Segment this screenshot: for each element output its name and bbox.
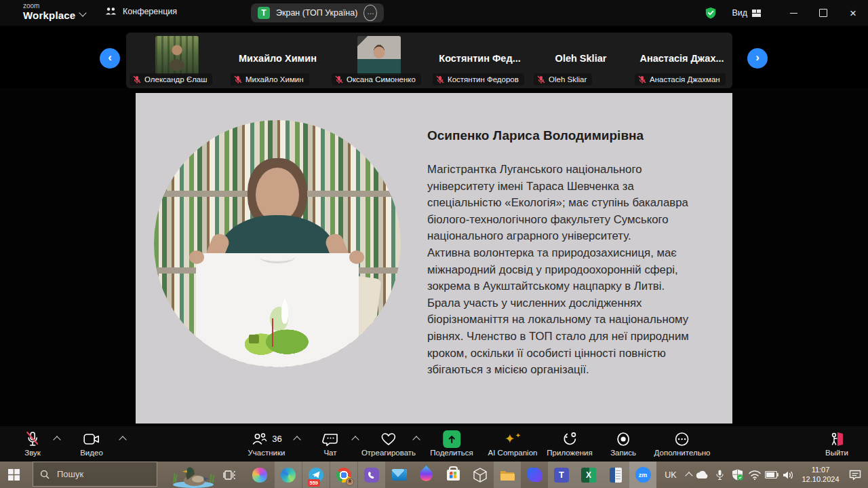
windows-logo-icon [8,469,20,481]
excel-app-icon[interactable]: X [575,462,602,488]
participant-tile[interactable]: Оксана Симоненко [328,33,429,88]
teams-icon: T [554,468,569,483]
participants-menu-chevron-icon[interactable] [293,436,300,443]
brand-chevron-down-icon[interactable] [79,9,86,16]
ai-companion-button[interactable]: ✦✦ AI Companion [488,430,538,457]
cloud-icon [695,470,709,479]
3d-viewer-app-icon[interactable] [467,462,494,488]
microphone-tray-icon[interactable] [711,462,728,488]
mail-app-icon[interactable] [386,462,413,488]
record-icon [616,432,631,447]
chrome-profile-avatar [346,478,354,486]
tab-screen-label: Экран (ТОП Україна) [276,8,357,18]
volume-tray-icon[interactable] [778,462,797,488]
maximize-icon [819,9,827,17]
next-arrow-icon: › [755,51,760,64]
video-button[interactable]: Видео [80,430,103,457]
tab-options-ellipsis-icon[interactable]: … [363,5,377,21]
taskbar-search[interactable] [33,462,157,487]
tab-conference-label: Конференция [123,7,177,16]
word-app-icon[interactable] [602,462,629,488]
titlebar-right-controls: Вид × [705,0,868,26]
notification-center-button[interactable] [845,462,865,488]
window-maximize-button[interactable] [808,0,838,26]
search-input[interactable] [56,468,146,480]
task-view-button[interactable] [216,462,243,488]
security-tray-icon[interactable] [728,462,746,488]
duck-icon [164,465,222,488]
strip-prev-button[interactable]: ‹ [100,48,120,69]
participant-tile[interactable]: Костянтин Фед... Костянтин Федоров [429,33,530,88]
participant-center-name: Анастасія Джах... [631,53,732,64]
chat-icon [322,432,338,447]
microsoft-365-icon [528,468,542,482]
chat-button[interactable]: Чат [322,430,338,457]
share-screen-button[interactable]: Поделиться [430,430,473,457]
audio-menu-chevron-icon[interactable] [53,436,60,443]
zoom-app-icon[interactable]: zm [629,462,656,488]
wifi-icon [749,470,761,480]
participant-tile[interactable]: Oleh Skliar Oleh Skliar [530,33,631,88]
tray-expand-chevron-icon[interactable] [685,472,692,479]
m365-app-icon[interactable] [521,462,548,488]
participant-tile[interactable]: Михайло Химин Михайло Химин [227,33,328,88]
tab-screen-share[interactable]: T Экран (ТОП Україна) … [251,3,384,22]
taskbar-clock[interactable]: 11:07 12.10.2024 [797,465,844,484]
record-button[interactable]: Запись [610,430,636,457]
react-button[interactable]: Отреагировать [361,430,416,457]
window-close-button[interactable]: × [838,0,868,26]
participants-button[interactable]: 36 Участники [248,430,285,457]
telegram-app-icon[interactable]: 559 [302,462,330,488]
participant-tile[interactable]: Олександр Єлаш [126,33,227,88]
copilot-app-icon[interactable] [246,462,273,488]
participant-name-pill: Олександр Єлаш [130,73,212,86]
more-button[interactable]: Дополнительно [654,430,711,457]
paint-drop-app-icon[interactable] [412,462,439,488]
tshirt-print [237,295,318,355]
viber-app-icon[interactable] [358,462,385,488]
view-grid-icon [752,10,761,17]
chrome-app-icon[interactable] [330,462,357,488]
store-app-icon[interactable] [439,462,467,488]
zoom-meeting-window: zoom Workplace Конференция T Экран (ТОП … [0,0,868,488]
participant-name-label: Костянтин Федоров [448,75,519,83]
heart-icon [380,432,397,447]
video-menu-chevron-icon[interactable] [119,436,126,443]
audio-button[interactable]: Звук [24,430,41,457]
word-icon [610,468,622,483]
participant-name-pill: Оксана Симоненко [332,73,421,86]
apps-button[interactable]: Приложения [547,430,592,457]
participant-tile[interactable]: Анастасія Джах... Анастасія Джахман [631,33,732,88]
mic-muted-icon [335,75,343,84]
edge-app-icon[interactable] [275,462,302,488]
share-screen-icon [443,430,460,448]
viber-icon [364,468,379,483]
chat-label: Чат [323,449,336,457]
view-button[interactable]: Вид [732,8,761,18]
wifi-tray-icon[interactable] [746,462,764,488]
leave-button[interactable]: Выйти [825,430,848,457]
window-minimize-button[interactable] [778,0,808,26]
strip-next-button[interactable]: › [747,48,768,69]
participant-center-name: Oleh Skliar [530,53,631,64]
onedrive-tray-icon[interactable] [693,462,711,488]
language-indicator[interactable]: UK [659,462,682,488]
start-button[interactable] [0,462,27,488]
file-explorer-app-icon[interactable] [494,462,521,488]
mic-muted-icon [25,431,40,447]
tab-conference[interactable]: Конференция [105,6,177,16]
brand-workplace-text: Workplace [23,10,75,21]
teams-app-icon[interactable]: T [548,462,575,488]
speaker-hand [189,250,204,264]
stork-graphic [281,301,288,324]
chat-menu-chevron-icon[interactable] [351,436,359,443]
telegram-badge: 559 [308,479,320,487]
brand-zoom-text: zoom [23,3,75,10]
battery-icon [765,471,778,478]
encryption-shield-icon[interactable] [705,7,717,19]
close-icon: × [850,7,856,19]
mic-muted-icon [537,75,545,84]
prev-arrow-icon: ‹ [108,51,112,64]
participant-video [357,36,401,75]
edge-icon [281,468,296,483]
